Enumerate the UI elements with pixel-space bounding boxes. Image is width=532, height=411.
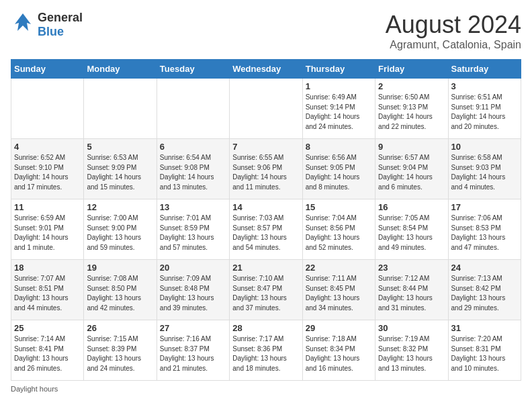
calendar-week-5: 25Sunrise: 7:14 AM Sunset: 8:41 PM Dayli… (11, 320, 521, 381)
logo-blue-text: Blue (38, 25, 64, 38)
calendar-table: SundayMondayTuesdayWednesdayThursdayFrid… (11, 59, 521, 381)
calendar-cell: 16Sunrise: 7:05 AM Sunset: 8:54 PM Dayli… (375, 199, 448, 260)
day-info: Sunrise: 7:10 AM Sunset: 8:47 PM Dayligh… (232, 274, 299, 313)
calendar-cell: 31Sunrise: 7:20 AM Sunset: 8:31 PM Dayli… (448, 320, 521, 381)
day-number: 10 (451, 142, 518, 152)
calendar-cell: 5Sunrise: 6:53 AM Sunset: 9:09 PM Daylig… (84, 139, 157, 199)
header-day-wednesday: Wednesday (230, 60, 302, 79)
day-number: 29 (306, 323, 372, 333)
page-subtitle: Agramunt, Catalonia, Spain (386, 39, 521, 51)
calendar-cell: 15Sunrise: 7:04 AM Sunset: 8:56 PM Dayli… (302, 199, 375, 260)
day-number: 13 (160, 202, 226, 212)
day-number: 8 (306, 142, 372, 152)
day-info: Sunrise: 7:16 AM Sunset: 8:37 PM Dayligh… (160, 334, 226, 373)
day-info: Sunrise: 6:58 AM Sunset: 9:03 PM Dayligh… (451, 153, 518, 192)
day-number: 9 (378, 142, 445, 152)
day-info: Sunrise: 6:55 AM Sunset: 9:06 PM Dayligh… (232, 153, 299, 192)
calendar-week-4: 18Sunrise: 7:07 AM Sunset: 8:51 PM Dayli… (11, 260, 521, 320)
day-number: 27 (160, 323, 226, 333)
day-info: Sunrise: 7:04 AM Sunset: 8:56 PM Dayligh… (306, 214, 372, 253)
calendar-week-2: 4Sunrise: 6:52 AM Sunset: 9:10 PM Daylig… (11, 139, 521, 199)
calendar-cell: 7Sunrise: 6:55 AM Sunset: 9:06 PM Daylig… (230, 139, 302, 199)
day-number: 17 (451, 202, 518, 212)
calendar-cell: 10Sunrise: 6:58 AM Sunset: 9:03 PM Dayli… (448, 139, 521, 199)
footer-note: Daylight hours (11, 385, 521, 393)
header-day-tuesday: Tuesday (157, 60, 229, 79)
calendar-cell (157, 79, 229, 139)
day-info: Sunrise: 6:52 AM Sunset: 9:10 PM Dayligh… (14, 153, 81, 192)
calendar-cell: 24Sunrise: 7:13 AM Sunset: 8:42 PM Dayli… (448, 260, 521, 320)
day-info: Sunrise: 6:50 AM Sunset: 9:13 PM Dayligh… (378, 93, 445, 132)
day-number: 25 (14, 323, 81, 333)
calendar-cell: 28Sunrise: 7:17 AM Sunset: 8:36 PM Dayli… (230, 320, 302, 381)
calendar-cell: 9Sunrise: 6:57 AM Sunset: 9:04 PM Daylig… (375, 139, 448, 199)
day-number: 3 (451, 81, 518, 91)
calendar-cell: 26Sunrise: 7:15 AM Sunset: 8:39 PM Dayli… (84, 320, 157, 381)
day-number: 21 (232, 263, 299, 273)
day-number: 19 (87, 263, 153, 273)
day-info: Sunrise: 7:17 AM Sunset: 8:36 PM Dayligh… (232, 334, 299, 373)
day-number: 20 (160, 263, 226, 273)
day-number: 26 (87, 323, 153, 333)
calendar-cell: 17Sunrise: 7:06 AM Sunset: 8:53 PM Dayli… (448, 199, 521, 260)
day-info: Sunrise: 6:54 AM Sunset: 9:08 PM Dayligh… (160, 153, 226, 192)
day-number: 24 (451, 263, 518, 273)
header-day-saturday: Saturday (448, 60, 521, 79)
calendar-cell: 22Sunrise: 7:11 AM Sunset: 8:45 PM Dayli… (302, 260, 375, 320)
day-number: 6 (160, 142, 226, 152)
day-info: Sunrise: 7:01 AM Sunset: 8:59 PM Dayligh… (160, 214, 226, 253)
header-day-sunday: Sunday (11, 60, 84, 79)
calendar-cell: 30Sunrise: 7:19 AM Sunset: 8:32 PM Dayli… (375, 320, 448, 381)
logo: General Blue (11, 11, 83, 39)
day-info: Sunrise: 7:11 AM Sunset: 8:45 PM Dayligh… (306, 274, 372, 313)
calendar-header: SundayMondayTuesdayWednesdayThursdayFrid… (11, 60, 521, 79)
day-info: Sunrise: 7:13 AM Sunset: 8:42 PM Dayligh… (451, 274, 518, 313)
day-number: 12 (87, 202, 153, 212)
header-day-thursday: Thursday (302, 60, 375, 79)
day-number: 7 (232, 142, 299, 152)
day-info: Sunrise: 7:14 AM Sunset: 8:41 PM Dayligh… (14, 334, 81, 373)
day-info: Sunrise: 7:07 AM Sunset: 8:51 PM Dayligh… (14, 274, 81, 313)
day-info: Sunrise: 7:05 AM Sunset: 8:54 PM Dayligh… (378, 214, 445, 253)
day-number: 15 (306, 202, 372, 212)
day-info: Sunrise: 7:09 AM Sunset: 8:48 PM Dayligh… (160, 274, 226, 313)
calendar-cell: 20Sunrise: 7:09 AM Sunset: 8:48 PM Dayli… (157, 260, 229, 320)
calendar-cell: 4Sunrise: 6:52 AM Sunset: 9:10 PM Daylig… (11, 139, 84, 199)
day-info: Sunrise: 6:59 AM Sunset: 9:01 PM Dayligh… (14, 214, 81, 253)
day-number: 5 (87, 142, 153, 152)
day-number: 1 (306, 81, 372, 91)
calendar-cell: 23Sunrise: 7:12 AM Sunset: 8:44 PM Dayli… (375, 260, 448, 320)
day-info: Sunrise: 7:00 AM Sunset: 9:00 PM Dayligh… (87, 214, 153, 253)
day-info: Sunrise: 7:15 AM Sunset: 8:39 PM Dayligh… (87, 334, 153, 373)
day-info: Sunrise: 7:20 AM Sunset: 8:31 PM Dayligh… (451, 334, 518, 373)
day-number: 22 (306, 263, 372, 273)
calendar-week-3: 11Sunrise: 6:59 AM Sunset: 9:01 PM Dayli… (11, 199, 521, 260)
day-number: 18 (14, 263, 81, 273)
logo-general-text: General (38, 11, 83, 24)
day-number: 14 (232, 202, 299, 212)
calendar-cell (230, 79, 302, 139)
calendar-cell: 21Sunrise: 7:10 AM Sunset: 8:47 PM Dayli… (230, 260, 302, 320)
day-number: 4 (14, 142, 81, 152)
calendar-cell: 2Sunrise: 6:50 AM Sunset: 9:13 PM Daylig… (375, 79, 448, 139)
day-info: Sunrise: 7:08 AM Sunset: 8:50 PM Dayligh… (87, 274, 153, 313)
header: General Blue August 2024 Agramunt, Catal… (11, 11, 521, 51)
day-info: Sunrise: 7:18 AM Sunset: 8:34 PM Dayligh… (306, 334, 372, 373)
day-info: Sunrise: 6:49 AM Sunset: 9:14 PM Dayligh… (306, 93, 372, 132)
day-info: Sunrise: 7:19 AM Sunset: 8:32 PM Dayligh… (378, 334, 445, 373)
day-info: Sunrise: 6:56 AM Sunset: 9:05 PM Dayligh… (306, 153, 372, 192)
calendar-cell: 18Sunrise: 7:07 AM Sunset: 8:51 PM Dayli… (11, 260, 84, 320)
calendar-cell: 12Sunrise: 7:00 AM Sunset: 9:00 PM Dayli… (84, 199, 157, 260)
day-number: 16 (378, 202, 445, 212)
day-number: 30 (378, 323, 445, 333)
calendar-cell (11, 79, 84, 139)
calendar-cell: 19Sunrise: 7:08 AM Sunset: 8:50 PM Dayli… (84, 260, 157, 320)
day-info: Sunrise: 7:12 AM Sunset: 8:44 PM Dayligh… (378, 274, 445, 313)
page-title: August 2024 (386, 11, 521, 39)
day-number: 28 (232, 323, 299, 333)
day-info: Sunrise: 6:51 AM Sunset: 9:11 PM Dayligh… (451, 93, 518, 132)
day-number: 31 (451, 323, 518, 333)
calendar-cell: 29Sunrise: 7:18 AM Sunset: 8:34 PM Dayli… (302, 320, 375, 381)
header-day-friday: Friday (375, 60, 448, 79)
day-info: Sunrise: 7:03 AM Sunset: 8:57 PM Dayligh… (232, 214, 299, 253)
